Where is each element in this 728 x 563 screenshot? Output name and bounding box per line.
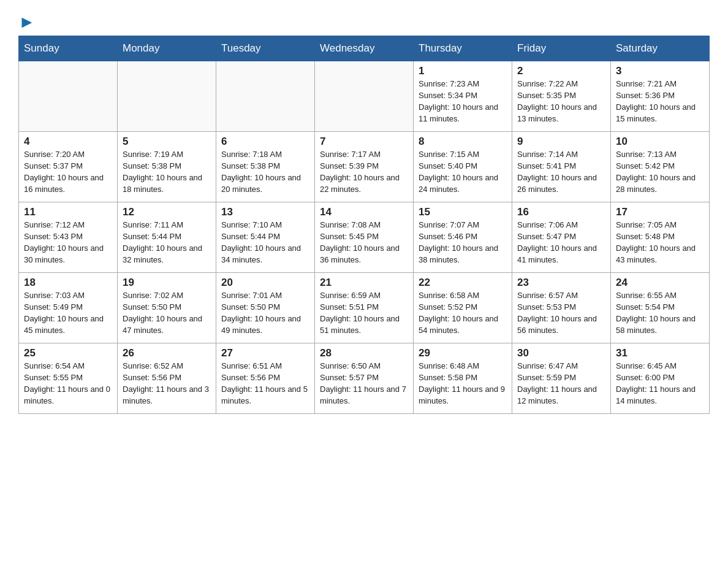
day-info: Sunrise: 6:50 AM Sunset: 5:57 PM Dayligh…: [320, 361, 408, 407]
day-number: 16: [517, 206, 605, 218]
calendar-cell: 7Sunrise: 7:17 AM Sunset: 5:39 PM Daylig…: [315, 132, 414, 202]
day-info: Sunrise: 7:11 AM Sunset: 5:44 PM Dayligh…: [123, 220, 211, 266]
calendar-cell: 2Sunrise: 7:22 AM Sunset: 5:35 PM Daylig…: [512, 61, 611, 132]
week-row-5: 25Sunrise: 6:54 AM Sunset: 5:55 PM Dayli…: [19, 343, 710, 414]
day-info: Sunrise: 6:47 AM Sunset: 5:59 PM Dayligh…: [517, 361, 605, 407]
logo-blue-text: ►: [18, 12, 36, 32]
calendar-cell: [118, 61, 216, 132]
calendar-table: SundayMondayTuesdayWednesdayThursdayFrid…: [18, 36, 710, 414]
day-number: 10: [616, 136, 704, 148]
calendar-cell: 10Sunrise: 7:13 AM Sunset: 5:42 PM Dayli…: [611, 132, 710, 202]
day-header-saturday: Saturday: [611, 36, 710, 61]
day-number: 11: [24, 206, 112, 218]
day-header-tuesday: Tuesday: [216, 36, 315, 61]
day-number: 15: [419, 206, 507, 218]
day-info: Sunrise: 6:59 AM Sunset: 5:51 PM Dayligh…: [320, 290, 408, 336]
calendar-cell: [315, 61, 414, 132]
calendar-cell: 27Sunrise: 6:51 AM Sunset: 5:56 PM Dayli…: [216, 343, 315, 414]
day-number: 28: [320, 347, 408, 359]
day-info: Sunrise: 6:58 AM Sunset: 5:52 PM Dayligh…: [419, 290, 507, 336]
day-header-friday: Friday: [512, 36, 611, 61]
day-header-monday: Monday: [118, 36, 216, 61]
calendar-cell: [216, 61, 315, 132]
day-info: Sunrise: 7:06 AM Sunset: 5:47 PM Dayligh…: [517, 220, 605, 266]
calendar-cell: 26Sunrise: 6:52 AM Sunset: 5:56 PM Dayli…: [118, 343, 216, 414]
week-row-3: 11Sunrise: 7:12 AM Sunset: 5:43 PM Dayli…: [19, 202, 710, 273]
day-header-thursday: Thursday: [414, 36, 512, 61]
day-info: Sunrise: 7:17 AM Sunset: 5:39 PM Dayligh…: [320, 149, 408, 195]
day-info: Sunrise: 7:14 AM Sunset: 5:41 PM Dayligh…: [517, 149, 605, 195]
day-header-wednesday: Wednesday: [315, 36, 414, 61]
day-number: 20: [221, 277, 309, 289]
day-info: Sunrise: 6:45 AM Sunset: 6:00 PM Dayligh…: [616, 361, 704, 407]
day-number: 21: [320, 277, 408, 289]
day-number: 18: [24, 277, 112, 289]
calendar-cell: 28Sunrise: 6:50 AM Sunset: 5:57 PM Dayli…: [315, 343, 414, 414]
calendar-cell: 3Sunrise: 7:21 AM Sunset: 5:36 PM Daylig…: [611, 61, 710, 132]
day-number: 26: [123, 347, 211, 359]
day-info: Sunrise: 7:23 AM Sunset: 5:34 PM Dayligh…: [419, 79, 507, 124]
day-number: 2: [517, 65, 605, 77]
day-info: Sunrise: 7:12 AM Sunset: 5:43 PM Dayligh…: [24, 220, 112, 266]
calendar-cell: 30Sunrise: 6:47 AM Sunset: 5:59 PM Dayli…: [512, 343, 611, 414]
calendar-cell: 29Sunrise: 6:48 AM Sunset: 5:58 PM Dayli…: [414, 343, 512, 414]
week-row-1: 1Sunrise: 7:23 AM Sunset: 5:34 PM Daylig…: [19, 61, 710, 132]
day-info: Sunrise: 7:05 AM Sunset: 5:48 PM Dayligh…: [616, 220, 704, 266]
calendar-cell: [19, 61, 118, 132]
calendar-cell: 25Sunrise: 6:54 AM Sunset: 5:55 PM Dayli…: [19, 343, 118, 414]
day-info: Sunrise: 7:03 AM Sunset: 5:49 PM Dayligh…: [24, 290, 112, 336]
day-number: 4: [24, 136, 112, 148]
day-info: Sunrise: 7:07 AM Sunset: 5:46 PM Dayligh…: [419, 220, 507, 266]
day-info: Sunrise: 6:48 AM Sunset: 5:58 PM Dayligh…: [419, 361, 507, 407]
calendar-cell: 16Sunrise: 7:06 AM Sunset: 5:47 PM Dayli…: [512, 202, 611, 273]
calendar-cell: 6Sunrise: 7:18 AM Sunset: 5:38 PM Daylig…: [216, 132, 315, 202]
calendar-cell: 19Sunrise: 7:02 AM Sunset: 5:50 PM Dayli…: [118, 273, 216, 343]
calendar-cell: 14Sunrise: 7:08 AM Sunset: 5:45 PM Dayli…: [315, 202, 414, 273]
page-header: ►: [18, 12, 710, 29]
day-info: Sunrise: 7:13 AM Sunset: 5:42 PM Dayligh…: [616, 149, 704, 195]
day-number: 19: [123, 277, 211, 289]
calendar-cell: 18Sunrise: 7:03 AM Sunset: 5:49 PM Dayli…: [19, 273, 118, 343]
week-row-2: 4Sunrise: 7:20 AM Sunset: 5:37 PM Daylig…: [19, 132, 710, 202]
day-number: 8: [419, 136, 507, 148]
day-number: 25: [24, 347, 112, 359]
day-info: Sunrise: 7:15 AM Sunset: 5:40 PM Dayligh…: [419, 149, 507, 195]
day-number: 13: [221, 206, 309, 218]
calendar-cell: 11Sunrise: 7:12 AM Sunset: 5:43 PM Dayli…: [19, 202, 118, 273]
day-number: 24: [616, 277, 704, 289]
day-number: 27: [221, 347, 309, 359]
day-number: 6: [221, 136, 309, 148]
day-number: 17: [616, 206, 704, 218]
week-row-4: 18Sunrise: 7:03 AM Sunset: 5:49 PM Dayli…: [19, 273, 710, 343]
day-number: 12: [123, 206, 211, 218]
day-number: 14: [320, 206, 408, 218]
day-number: 9: [517, 136, 605, 148]
calendar-cell: 21Sunrise: 6:59 AM Sunset: 5:51 PM Dayli…: [315, 273, 414, 343]
calendar-cell: 13Sunrise: 7:10 AM Sunset: 5:44 PM Dayli…: [216, 202, 315, 273]
day-number: 29: [419, 347, 507, 359]
calendar-cell: 8Sunrise: 7:15 AM Sunset: 5:40 PM Daylig…: [414, 132, 512, 202]
calendar-cell: 20Sunrise: 7:01 AM Sunset: 5:50 PM Dayli…: [216, 273, 315, 343]
day-info: Sunrise: 6:57 AM Sunset: 5:53 PM Dayligh…: [517, 290, 605, 336]
day-info: Sunrise: 6:55 AM Sunset: 5:54 PM Dayligh…: [616, 290, 704, 336]
calendar-cell: 15Sunrise: 7:07 AM Sunset: 5:46 PM Dayli…: [414, 202, 512, 273]
calendar-cell: 1Sunrise: 7:23 AM Sunset: 5:34 PM Daylig…: [414, 61, 512, 132]
day-number: 22: [419, 277, 507, 289]
day-info: Sunrise: 7:01 AM Sunset: 5:50 PM Dayligh…: [221, 290, 309, 336]
calendar-cell: 24Sunrise: 6:55 AM Sunset: 5:54 PM Dayli…: [611, 273, 710, 343]
calendar-cell: 22Sunrise: 6:58 AM Sunset: 5:52 PM Dayli…: [414, 273, 512, 343]
day-number: 3: [616, 65, 704, 77]
day-number: 7: [320, 136, 408, 148]
calendar-cell: 31Sunrise: 6:45 AM Sunset: 6:00 PM Dayli…: [611, 343, 710, 414]
day-info: Sunrise: 7:21 AM Sunset: 5:36 PM Dayligh…: [616, 79, 704, 124]
day-number: 5: [123, 136, 211, 148]
days-header-row: SundayMondayTuesdayWednesdayThursdayFrid…: [19, 36, 710, 61]
day-info: Sunrise: 6:54 AM Sunset: 5:55 PM Dayligh…: [24, 361, 112, 407]
logo: ►: [18, 12, 36, 29]
calendar-cell: 4Sunrise: 7:20 AM Sunset: 5:37 PM Daylig…: [19, 132, 118, 202]
day-info: Sunrise: 7:20 AM Sunset: 5:37 PM Dayligh…: [24, 149, 112, 195]
day-info: Sunrise: 6:52 AM Sunset: 5:56 PM Dayligh…: [123, 361, 211, 407]
day-info: Sunrise: 7:18 AM Sunset: 5:38 PM Dayligh…: [221, 149, 309, 195]
day-info: Sunrise: 7:19 AM Sunset: 5:38 PM Dayligh…: [123, 149, 211, 195]
day-number: 23: [517, 277, 605, 289]
